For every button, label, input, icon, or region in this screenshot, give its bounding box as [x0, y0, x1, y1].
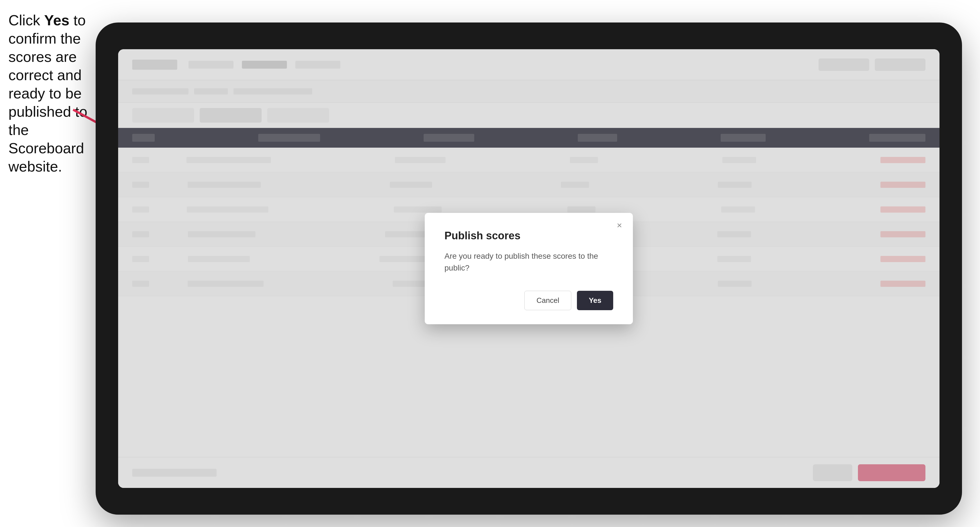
dialog-actions: Cancel Yes [444, 291, 613, 310]
publish-scores-dialog: × Publish scores Are you ready to publis… [425, 213, 633, 324]
instruction-bold: Yes [44, 12, 70, 29]
dialog-overlay: × Publish scores Are you ready to publis… [118, 49, 940, 488]
instruction-text: Click Yes to confirm the scores are corr… [8, 11, 90, 176]
dialog-yes-button[interactable]: Yes [577, 291, 613, 310]
tablet-screen: × Publish scores Are you ready to publis… [118, 49, 940, 488]
dialog-title: Publish scores [444, 230, 613, 242]
tablet-frame: × Publish scores Are you ready to publis… [95, 22, 962, 514]
dialog-close-button[interactable]: × [614, 220, 625, 231]
dialog-cancel-button[interactable]: Cancel [524, 291, 571, 310]
dialog-message: Are you ready to publish these scores to… [444, 250, 613, 274]
instruction-suffix: to confirm the scores are correct and re… [8, 12, 87, 175]
instruction-prefix: Click [8, 12, 44, 29]
